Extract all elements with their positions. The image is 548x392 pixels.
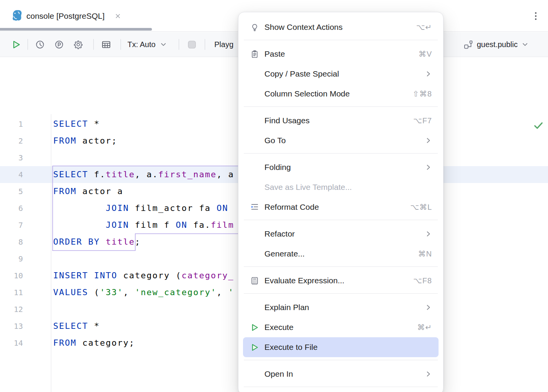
menu-item-find-usages[interactable]: Find Usages⌥F7 [243,111,439,131]
playground-selector[interactable]: Playg [214,32,233,57]
menu-item-label: Generate... [264,249,305,258]
icon-spacer [250,302,259,312]
sql-keyword: FROM [53,186,77,196]
sql-text: film f [129,220,176,230]
table-view-icon[interactable] [99,32,113,57]
submenu-chevron-icon [424,304,432,311]
sql-text: , a [217,170,234,179]
icon-spacer [250,162,259,172]
menu-item-show-context-actions[interactable]: Show Context Actions⌥↵ [243,17,439,37]
line-number: 5 [0,183,23,200]
tx-mode-dropdown[interactable]: Tx: Auto [127,32,167,57]
menu-item-label: Paste [264,49,285,59]
icon-spacer [250,182,259,192]
line-number: 13 [0,318,23,335]
code-line-10[interactable]: INSERT INTO category (category_ [53,267,234,284]
icon-spacer [250,69,259,79]
menu-item-label: Show Context Actions [264,23,342,32]
icon-spacer [250,369,259,379]
code-line-2[interactable]: FROM actor; [53,132,117,149]
menu-item-refactor[interactable]: Refactor [243,224,439,244]
menu-item-shortcut: ⇧⌘8 [413,89,432,98]
menu-item-label: Find Usages [264,116,310,125]
settings-gear-icon[interactable] [72,32,84,57]
menu-item-open-in[interactable]: Open In [243,364,439,384]
menu-item-copy-paste-special[interactable]: Copy / Paste Special [243,64,439,84]
menu-item-paste[interactable]: Paste⌘V [243,44,439,64]
submenu-chevron-icon [424,370,432,378]
menu-item-shortcut: ⌥F8 [413,276,432,285]
sql-text: , [123,287,135,297]
menu-separator [244,387,438,387]
line-number: 2 [0,132,23,149]
toolbar-separator [93,39,94,50]
sql-identifier: category_ [181,271,234,280]
menu-item-explain-plan[interactable]: Explain Plan [243,297,439,317]
code-line-5[interactable]: FROM actor a [53,183,123,200]
schema-label: guest.public [477,40,518,49]
tx-mode-label: Tx: Auto [127,40,155,49]
menu-item-execute-to-file[interactable]: Execute to File [243,337,439,357]
run-button[interactable] [10,32,22,57]
sql-string: '33' [100,287,123,297]
kebab-menu-icon[interactable] [530,10,542,22]
menu-item-label: Go To [264,136,286,145]
menu-item-execute[interactable]: Execute⌘↵ [243,317,439,337]
tab-strip-scrollbar[interactable] [0,28,152,31]
sql-keyword: SELECT [53,119,88,129]
schema-icon [463,39,473,50]
code-line-6[interactable]: JOIN film_actor fa ON [53,200,228,217]
icon-spacer [250,89,259,99]
sql-text: ; [135,237,140,247]
line-number: 4 [0,166,23,183]
line-number: 3 [0,149,23,166]
line-number: 6 [0,200,23,217]
tab-console-postgresql[interactable]: console [PostgreSQL] [10,8,121,24]
sql-text: fa. [188,220,211,230]
code-line-8[interactable]: ORDER BY title; [53,234,141,250]
line-number: 14 [0,335,23,351]
schema-selector[interactable]: guest.public [463,32,528,57]
sql-text [53,203,106,213]
history-icon[interactable] [34,32,46,57]
sql-identifier: title [106,170,135,179]
menu-item-evaluate-expression[interactable]: Evaluate Expression...⌥F8 [243,271,439,291]
menu-separator [244,220,438,220]
menu-item-generate[interactable]: Generate...⌘N [243,244,439,264]
menu-item-go-to[interactable]: Go To [243,131,439,150]
sql-text: * [88,119,100,129]
line-number: 10 [0,267,23,284]
code-line-13[interactable]: SELECT * [53,318,100,335]
code-line-14[interactable]: FROM category; [53,335,135,351]
sql-text: actor; [77,136,117,145]
menu-item-reformat-code[interactable]: Reformat Code⌥⌘L [243,197,439,217]
sql-text: , a. [135,170,158,179]
execute-icon [250,342,259,352]
icon-spacer [250,116,259,126]
menu-item-label: Reformat Code [264,203,319,212]
parameters-icon[interactable] [53,32,65,57]
menu-item-column-selection-mode[interactable]: Column Selection Mode⇧⌘8 [243,84,439,104]
code-line-11[interactable]: VALUES ('33', 'new_category', ' [53,284,234,301]
icon-spacer [250,249,259,259]
context-menu: Show Context Actions⌥↵Paste⌘VCopy / Past… [238,12,444,392]
sql-keyword: FROM [53,338,77,348]
line-number: 1 [0,116,23,132]
code-line-7[interactable]: JOIN film f ON fa.film [53,217,234,234]
sql-text: ( [88,287,100,297]
sql-text: actor a [77,186,123,196]
paste-icon [250,49,259,59]
sql-keyword: SELECT [53,321,88,331]
reformat-icon [250,202,259,212]
toolbar-separator [28,39,28,50]
sql-keyword: FROM [53,136,77,145]
line-number: 9 [0,250,23,267]
code-line-1[interactable]: SELECT * [53,116,100,132]
code-line-4[interactable]: SELECT f.title, a.first_name, a [53,166,234,183]
menu-item-shortcut: ⌥F7 [413,116,432,125]
menu-item-shortcut: ⌘↵ [417,323,432,332]
menu-item-label: Explain Plan [264,303,309,312]
menu-item-shortcut: ⌥↵ [416,23,432,32]
tab-close-icon[interactable] [115,13,121,19]
menu-item-folding[interactable]: Folding [243,157,439,177]
